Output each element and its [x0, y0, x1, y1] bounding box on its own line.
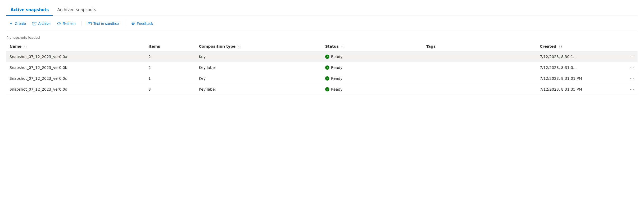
- test-sandbox-button[interactable]: Test in sandbox: [85, 20, 122, 27]
- create-button[interactable]: ＋ Create: [6, 19, 29, 28]
- status-text: Ready: [331, 87, 342, 91]
- more-options-button[interactable]: ···: [628, 75, 636, 82]
- more-options-button[interactable]: ···: [628, 64, 636, 71]
- cell-name: Snapshot_07_12_2023_ver0.0b: [6, 62, 145, 73]
- svg-point-7: [133, 23, 134, 24]
- cell-tags: [423, 84, 537, 95]
- svg-line-8: [132, 23, 133, 23]
- sort-icon-composition: ↑↓: [238, 46, 242, 48]
- column-header-status[interactable]: Status ↑↓: [322, 42, 423, 51]
- column-header-tags: Tags: [423, 42, 537, 51]
- svg-point-6: [132, 23, 133, 24]
- cell-tags: [423, 73, 537, 84]
- table-row: Snapshot_07_12_2023_ver0.0d3Key label✓Re…: [6, 84, 638, 95]
- sandbox-icon: [88, 21, 92, 26]
- cell-created: 7/12/2023, 8:30:1...···: [537, 51, 638, 62]
- cell-tags: [423, 51, 537, 62]
- column-header-name[interactable]: Name ↑↓: [6, 42, 145, 51]
- cell-items: 1: [145, 73, 196, 84]
- status-text: Ready: [331, 55, 342, 59]
- cell-name: Snapshot_07_12_2023_ver0.0a: [6, 51, 145, 62]
- toolbar: ＋ Create Archive Refresh: [6, 16, 638, 31]
- cell-tags: [423, 62, 537, 73]
- status-ready-icon: ✓: [325, 87, 329, 91]
- feedback-button[interactable]: Feedback: [128, 20, 156, 27]
- status-text: Ready: [331, 65, 342, 70]
- table-row: Snapshot_07_12_2023_ver0.0b2Key label✓Re…: [6, 62, 638, 73]
- cell-composition: Key: [196, 51, 322, 62]
- status-ready-icon: ✓: [325, 76, 329, 81]
- cell-composition: Key: [196, 73, 322, 84]
- table-body: Snapshot_07_12_2023_ver0.0a2Key✓Ready7/1…: [6, 51, 638, 95]
- svg-line-9: [134, 23, 134, 23]
- separator-1: [81, 21, 82, 26]
- status-ready-icon: ✓: [325, 55, 329, 59]
- feedback-icon: [131, 21, 135, 26]
- snapshots-summary: 4 snapshots loaded: [6, 31, 638, 42]
- status-ready-icon: ✓: [325, 65, 329, 70]
- cell-status: ✓Ready: [322, 51, 423, 62]
- separator-2: [125, 21, 125, 26]
- cell-composition: Key label: [196, 62, 322, 73]
- cell-created: 7/12/2023, 8:31:0...···: [537, 62, 638, 73]
- cell-created: 7/12/2023, 8:31:35 PM···: [537, 84, 638, 95]
- cell-status: ✓Ready: [322, 73, 423, 84]
- tabs-container: Active snapshots Archived snapshots: [6, 4, 638, 16]
- column-header-created[interactable]: Created ↑↓: [537, 42, 638, 51]
- more-options-button[interactable]: ···: [628, 86, 636, 93]
- archive-icon: [32, 21, 37, 26]
- snapshots-table-container: Name ↑↓ Items Composition type ↑↓ Status…: [6, 42, 638, 95]
- more-options-button[interactable]: ···: [628, 54, 636, 60]
- svg-rect-3: [88, 22, 91, 25]
- cell-items: 2: [145, 51, 196, 62]
- cell-status: ✓Ready: [322, 84, 423, 95]
- sort-icon-status: ↑↓: [341, 46, 345, 48]
- refresh-button[interactable]: Refresh: [54, 20, 78, 27]
- column-header-items: Items: [145, 42, 196, 51]
- status-text: Ready: [331, 76, 342, 81]
- table-row: Snapshot_07_12_2023_ver0.0a2Key✓Ready7/1…: [6, 51, 638, 62]
- sort-icon-name: ↑↓: [24, 46, 28, 48]
- cell-items: 3: [145, 84, 196, 95]
- cell-name: Snapshot_07_12_2023_ver0.0d: [6, 84, 145, 95]
- table-header: Name ↑↓ Items Composition type ↑↓ Status…: [6, 42, 638, 51]
- cell-created: 7/12/2023, 8:31:01 PM···: [537, 73, 638, 84]
- snapshots-table: Name ↑↓ Items Composition type ↑↓ Status…: [6, 42, 638, 95]
- create-icon: ＋: [9, 21, 13, 26]
- cell-name: Snapshot_07_12_2023_ver0.0c: [6, 73, 145, 84]
- svg-rect-1: [33, 23, 36, 25]
- tab-active-snapshots[interactable]: Active snapshots: [6, 4, 53, 16]
- column-header-composition[interactable]: Composition type ↑↓: [196, 42, 322, 51]
- archive-button[interactable]: Archive: [30, 20, 53, 27]
- cell-items: 2: [145, 62, 196, 73]
- cell-status: ✓Ready: [322, 62, 423, 73]
- refresh-icon: [57, 21, 61, 26]
- cell-composition: Key label: [196, 84, 322, 95]
- sort-icon-created: ↑↓: [559, 46, 563, 48]
- tab-archived-snapshots[interactable]: Archived snapshots: [53, 4, 100, 16]
- table-row: Snapshot_07_12_2023_ver0.0c1Key✓Ready7/1…: [6, 73, 638, 84]
